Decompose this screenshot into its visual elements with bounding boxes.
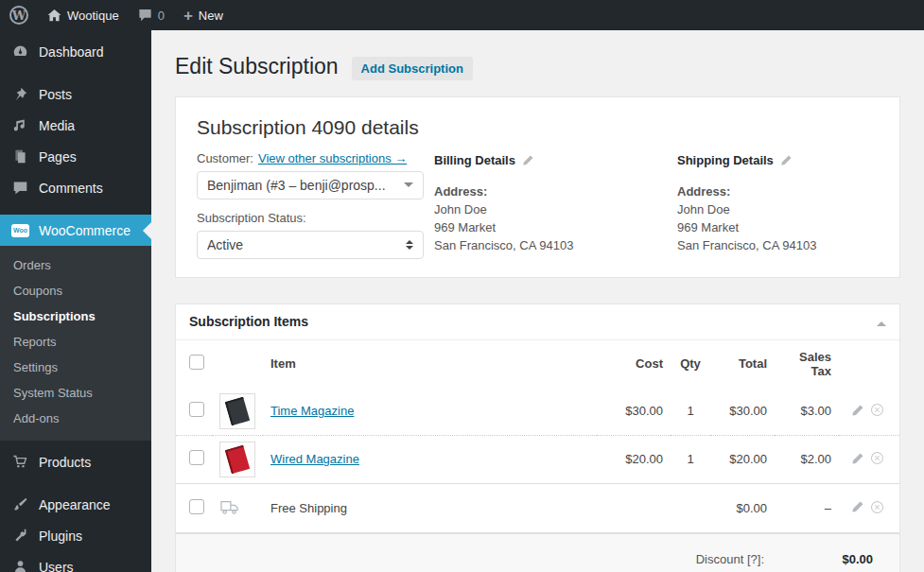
select-updown-icon xyxy=(406,236,413,253)
sidebar-item-label: Plugins xyxy=(39,529,82,544)
column-header-total: Total xyxy=(710,340,775,388)
shipping-address-line: 969 Market xyxy=(677,218,879,236)
submenu-item-orders[interactable]: Orders xyxy=(0,252,151,278)
cart-icon xyxy=(11,453,29,471)
sidebar-item-label: Posts xyxy=(39,87,72,102)
item-link[interactable]: Time Magazine xyxy=(270,404,354,418)
select-all-checkbox[interactable] xyxy=(189,355,204,370)
comments-icon xyxy=(11,179,29,197)
column-header-qty: Qty xyxy=(671,340,710,388)
truck-icon xyxy=(219,499,255,516)
column-header-cost: Cost xyxy=(597,340,671,388)
item-total: $30.00 xyxy=(710,388,775,436)
items-table: Item Cost Qty Total Sales Tax Time Magaz… xyxy=(176,340,899,533)
row-checkbox[interactable] xyxy=(189,450,204,465)
billing-details-column: Billing Details Address: John Doe 969 Ma… xyxy=(424,151,667,270)
submenu-item-add-ons[interactable]: Add-ons xyxy=(0,406,151,431)
chevron-down-icon xyxy=(404,182,413,192)
sidebar-item-label: Comments xyxy=(39,181,103,196)
sidebar-item-label: Users xyxy=(39,560,74,572)
admin-bar: W Wootique 0 + New xyxy=(0,0,924,30)
sidebar-item-label: Appearance xyxy=(39,497,111,512)
view-other-subscriptions-link[interactable]: View other subscriptions → xyxy=(258,151,407,165)
item-cost: $30.00 xyxy=(597,388,671,436)
submenu-item-settings[interactable]: Settings xyxy=(0,355,151,380)
edit-billing-pencil-icon[interactable] xyxy=(522,154,534,166)
page-title: Edit Subscription xyxy=(175,53,339,81)
item-link[interactable]: Wired Magazine xyxy=(270,452,359,466)
plug-icon xyxy=(11,527,29,545)
row-checkbox[interactable] xyxy=(189,499,204,514)
product-thumbnail xyxy=(219,393,255,429)
sidebar-item-woocommerce[interactable]: Woo WooCommerce xyxy=(0,215,151,246)
order-totals: Discount [?]: $0.00 Shipping [?]: $0.00 xyxy=(176,533,899,572)
comments-menu[interactable]: 0 xyxy=(129,0,174,30)
new-label: New xyxy=(199,9,223,23)
user-icon xyxy=(11,558,29,572)
submenu-item-system-status[interactable]: System Status xyxy=(0,380,151,406)
items-table-header-row: Item Cost Qty Total Sales Tax xyxy=(176,340,899,388)
shipping-details-column: Shipping Details Address: John Doe 969 M… xyxy=(667,151,879,270)
item-qty: 1 xyxy=(671,435,710,483)
edit-item-pencil-icon[interactable] xyxy=(851,404,864,417)
submenu-item-subscriptions[interactable]: Subscriptions xyxy=(0,303,151,329)
submenu-item-coupons[interactable]: Coupons xyxy=(0,278,151,303)
woocommerce-icon: Woo xyxy=(11,221,29,239)
submenu-item-reports[interactable]: Reports xyxy=(0,329,151,355)
subscription-status-value: Active xyxy=(207,237,243,252)
sidebar-item-comments[interactable]: Comments xyxy=(0,172,151,203)
collapse-panel-icon[interactable] xyxy=(877,317,886,326)
item-qty: 1 xyxy=(671,388,710,436)
customer-select[interactable]: Benjiman (#3 – benji@prosp... xyxy=(197,171,424,199)
subscription-items-heading: Subscription Items xyxy=(189,314,308,329)
sidebar-item-label: Media xyxy=(39,118,75,133)
product-thumbnail xyxy=(219,442,255,477)
row-checkbox[interactable] xyxy=(189,402,204,417)
edit-shipping-pencil-icon[interactable] xyxy=(780,154,793,166)
sidebar-item-users[interactable]: Users xyxy=(0,551,151,572)
wordpress-logo-icon: W xyxy=(9,6,28,25)
table-row: Wired Magazine $20.00 1 $20.00 $2.00 xyxy=(176,435,899,483)
delete-item-icon[interactable] xyxy=(870,451,884,465)
subscription-items-panel: Subscription Items Item Cost Qty Total S… xyxy=(175,303,900,572)
shipping-method-name: Free Shipping xyxy=(263,483,597,532)
item-tax: $3.00 xyxy=(775,388,839,436)
sidebar-item-label: Pages xyxy=(39,149,77,165)
site-name-label: Wootique xyxy=(67,9,119,23)
shipping-address-line: San Francisco, CA 94103 xyxy=(677,236,879,254)
new-content-menu[interactable]: + New xyxy=(174,0,233,30)
shipping-row: Free Shipping $0.00 – xyxy=(176,483,899,532)
customer-label: Customer: xyxy=(197,151,253,165)
edit-item-pencil-icon[interactable] xyxy=(851,500,864,513)
brush-icon xyxy=(11,495,29,513)
comment-count: 0 xyxy=(158,9,165,23)
sidebar-item-plugins[interactable]: Plugins xyxy=(0,520,151,551)
sidebar-item-posts[interactable]: Posts xyxy=(0,78,151,110)
page-header: Edit Subscription Add Subscription xyxy=(175,30,900,96)
item-total: $20.00 xyxy=(710,435,775,483)
billing-address-line: John Doe xyxy=(434,200,667,218)
sidebar-item-label: WooCommerce xyxy=(39,223,131,238)
sidebar-item-media[interactable]: Media xyxy=(0,110,151,141)
sidebar-item-dashboard[interactable]: Dashboard xyxy=(0,36,151,67)
site-name-menu[interactable]: Wootique xyxy=(38,0,129,30)
sidebar-item-pages[interactable]: Pages xyxy=(0,141,151,172)
shipping-tax: – xyxy=(775,483,839,532)
sidebar-item-label: Dashboard xyxy=(39,44,104,60)
admin-sidebar: Dashboard Posts Media Pages Comments Woo… xyxy=(0,30,151,572)
edit-item-pencil-icon[interactable] xyxy=(851,452,864,465)
subscription-status-select[interactable]: Active xyxy=(197,231,424,259)
table-row: Time Magazine $30.00 1 $30.00 $3.00 xyxy=(176,388,899,436)
sidebar-item-appearance[interactable]: Appearance xyxy=(0,489,151,520)
pages-icon xyxy=(11,147,29,165)
add-subscription-button[interactable]: Add Subscription xyxy=(352,57,473,80)
media-icon xyxy=(11,116,29,134)
subscription-details-panel: Subscription 4090 details Customer: View… xyxy=(175,96,900,278)
wordpress-logo-menu[interactable]: W xyxy=(0,0,38,30)
delete-item-icon[interactable] xyxy=(870,403,884,417)
billing-details-heading: Billing Details xyxy=(434,153,515,167)
sidebar-item-products[interactable]: Products xyxy=(0,446,151,477)
column-header-sales-tax: Sales Tax xyxy=(775,340,839,388)
delete-item-icon[interactable] xyxy=(870,500,884,514)
plus-icon: + xyxy=(183,8,193,24)
